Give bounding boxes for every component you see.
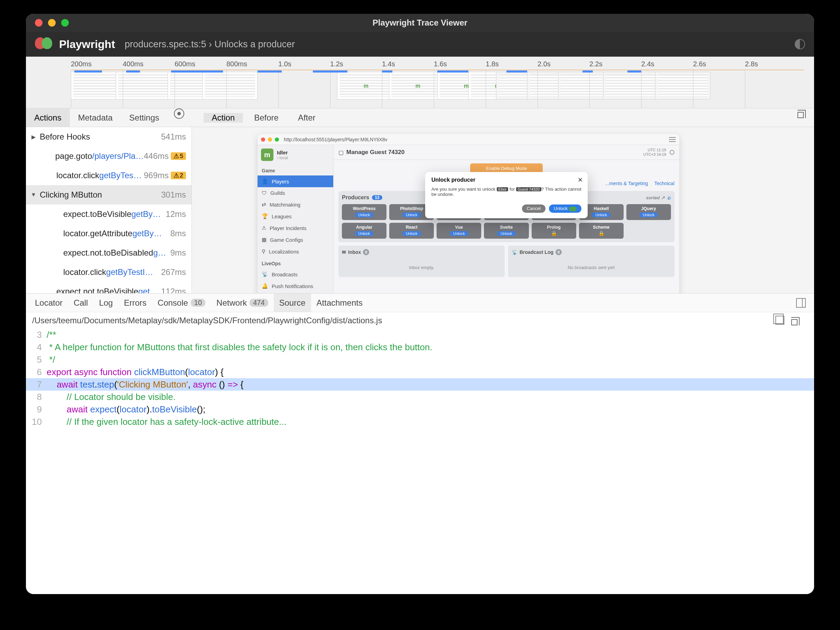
mid-tabbar: ActionsMetadataSettings ActionBeforeAfte… bbox=[26, 109, 814, 127]
action-row[interactable]: expect.toBeVisible getBy…12ms bbox=[26, 205, 191, 224]
bottom-tab[interactable]: Errors bbox=[118, 294, 152, 312]
timeline-tick: 800ms bbox=[226, 60, 247, 68]
sorted-label: sorted ↗ bbox=[646, 195, 665, 200]
action-row[interactable]: locator.click getByTes…969ms2 bbox=[26, 166, 191, 185]
target-icon[interactable] bbox=[174, 109, 184, 119]
section-game: Game bbox=[257, 164, 333, 175]
app-tab[interactable]: Technical bbox=[654, 181, 674, 186]
unlock-button[interactable]: Unlock bbox=[639, 213, 658, 217]
producer-card: Scheme🔒 bbox=[579, 223, 624, 239]
timeline-tick: 400ms bbox=[123, 60, 144, 68]
split-panel-icon[interactable] bbox=[796, 298, 806, 308]
modal-close-icon[interactable]: ✕ bbox=[578, 176, 583, 184]
unlock-button[interactable]: Unlock bbox=[403, 231, 421, 236]
sidebar-tab[interactable]: Settings bbox=[121, 109, 167, 127]
bottom-tab[interactable]: Source bbox=[274, 294, 311, 312]
action-row[interactable]: expect.not.toBeDisabled g…9ms bbox=[26, 243, 191, 263]
code-line: 8 // Locator should be visible. bbox=[26, 391, 814, 403]
app-logo-icon: m bbox=[261, 148, 273, 161]
user-avatar-icon[interactable] bbox=[669, 150, 674, 155]
unlock-button[interactable]: Unlock bbox=[355, 231, 374, 236]
app-nav-item[interactable]: ⚲Localizations bbox=[257, 246, 333, 257]
actions-sidebar: ▶Before Hooks541mspage.goto /players/Pla… bbox=[26, 127, 192, 293]
unlock-button[interactable]: Unlock bbox=[592, 213, 611, 217]
unlock-button[interactable]: Unlock bbox=[450, 231, 468, 236]
timeline-thumb[interactable] bbox=[603, 72, 658, 99]
app-nav-item[interactable]: 👥Player Segments bbox=[257, 292, 333, 293]
code-line: 5 */ bbox=[26, 353, 814, 366]
sidebar-tab[interactable]: Metadata bbox=[70, 109, 121, 127]
app-window: Playwright Trace Viewer Playwright produ… bbox=[26, 14, 814, 594]
broadcast-panel: 📡Broadcast Log 0 No broadcasts sent yet! bbox=[508, 246, 674, 277]
modal-body: Are you sure you want to unlock Elixir f… bbox=[431, 186, 581, 197]
brand-label: Playwright bbox=[59, 38, 115, 51]
bottom-tab[interactable]: Network474 bbox=[211, 294, 273, 312]
action-row[interactable]: expect.not.toBeVisible get…112ms bbox=[26, 282, 191, 293]
producers-count: 13 bbox=[372, 195, 382, 200]
main-content: ▶Before Hooks541mspage.goto /players/Pla… bbox=[26, 127, 814, 293]
action-row[interactable]: page.goto /players/Pla…446ms5 bbox=[26, 146, 191, 166]
app-nav-item[interactable]: 🔔Push Notifications bbox=[257, 280, 333, 292]
timeline-thumb[interactable]: m bbox=[337, 72, 392, 99]
timeline-thumb[interactable] bbox=[116, 72, 171, 99]
producer-card: JQueryUnlock bbox=[626, 204, 671, 220]
hamburger-icon[interactable] bbox=[669, 137, 676, 142]
action-row[interactable]: ▼Clicking MButton301ms bbox=[26, 185, 191, 205]
timeline-tick: 1.6s bbox=[434, 60, 447, 68]
copy-icon[interactable] bbox=[775, 316, 784, 324]
app-min-icon bbox=[268, 137, 272, 142]
app-nav-item[interactable]: 🏆Leagues bbox=[257, 210, 333, 222]
inbox-empty: Inbox empty. bbox=[342, 255, 501, 274]
timeline-tick: 2.2s bbox=[589, 60, 603, 68]
unlock-button[interactable]: Unlock bbox=[497, 231, 516, 236]
bottom-tab[interactable]: Log bbox=[93, 294, 118, 312]
bottom-tab[interactable]: Call bbox=[68, 294, 93, 312]
app-main: ▢ Manage Guest 74320 UTC 11:19 UTC+3 14:… bbox=[333, 145, 679, 293]
search-icon[interactable]: ⌕ bbox=[668, 194, 671, 201]
producer-card: VueUnlock bbox=[437, 223, 481, 239]
timeline-tick: 2.6s bbox=[693, 60, 706, 68]
unlock-button[interactable]: Unlock bbox=[355, 213, 374, 217]
cancel-button[interactable]: Cancel bbox=[522, 205, 545, 213]
sidebar-tab[interactable]: Actions bbox=[26, 109, 70, 127]
action-row[interactable]: locator.getAttribute getBy…8ms bbox=[26, 224, 191, 243]
preview-tab[interactable]: Action bbox=[204, 113, 243, 123]
app-tab[interactable]: ...ments & Targeting bbox=[605, 181, 648, 186]
producers-label: Producers bbox=[342, 194, 369, 201]
unlock-button[interactable]: Unlock bbox=[549, 205, 581, 213]
app-env: › local bbox=[277, 156, 288, 160]
toolbar: Playwright producers.spec.ts:5 › Unlocks… bbox=[26, 32, 814, 57]
count-badge: 474 bbox=[249, 299, 268, 307]
unlock-button[interactable]: Unlock bbox=[403, 213, 421, 217]
app-screenshot: http://localhost:5551/players/Player:M9L… bbox=[257, 134, 679, 293]
open-file-external-icon[interactable] bbox=[791, 316, 801, 325]
app-nav-item[interactable]: ⚠Player Incidents bbox=[257, 222, 333, 234]
timeline-thumb[interactable] bbox=[655, 72, 711, 99]
code-line: 3/** bbox=[26, 328, 814, 341]
app-nav-item[interactable]: ⇄Matchmaking bbox=[257, 198, 333, 210]
bottom-tab[interactable]: Locator bbox=[29, 294, 68, 312]
app-nav-item[interactable]: 🛡Guilds bbox=[257, 187, 333, 198]
bottom-tab[interactable]: Attachments bbox=[311, 294, 368, 312]
preview-tab[interactable]: After bbox=[290, 113, 324, 123]
action-row[interactable]: ▶Before Hooks541ms bbox=[26, 127, 191, 146]
broadcast-count: 0 bbox=[556, 249, 562, 255]
safety-toggle-icon[interactable] bbox=[569, 206, 576, 211]
preview-tab[interactable]: Before bbox=[246, 113, 287, 123]
app-nav-item[interactable]: 👤Players bbox=[257, 175, 333, 187]
app-name: Idler bbox=[277, 150, 288, 156]
app-nav-item[interactable]: ▦Game Configs bbox=[257, 234, 333, 246]
count-badge: 10 bbox=[191, 299, 205, 307]
app-nav-item[interactable]: 📡Broadcasts bbox=[257, 268, 333, 280]
theme-toggle-icon[interactable] bbox=[795, 39, 805, 49]
bottom-tabbar: LocatorCallLogErrorsConsole10Network474S… bbox=[26, 293, 814, 312]
timeline-thumb[interactable]: m bbox=[389, 72, 444, 99]
open-external-icon[interactable] bbox=[797, 109, 807, 118]
bottom-tab[interactable]: Console10 bbox=[152, 294, 211, 312]
timeline-thumb[interactable] bbox=[202, 72, 257, 99]
action-row[interactable]: locator.click getByTestI…267ms bbox=[26, 263, 191, 282]
timeline[interactable]: 200ms400ms600ms800ms1.0s1.2s1.4s1.6s1.8s… bbox=[26, 57, 814, 109]
timeline-tick: 2.8s bbox=[745, 60, 758, 68]
breadcrumb: producers.spec.ts:5 › Unlocks a producer bbox=[125, 39, 295, 50]
warning-badge: 5 bbox=[171, 152, 186, 160]
